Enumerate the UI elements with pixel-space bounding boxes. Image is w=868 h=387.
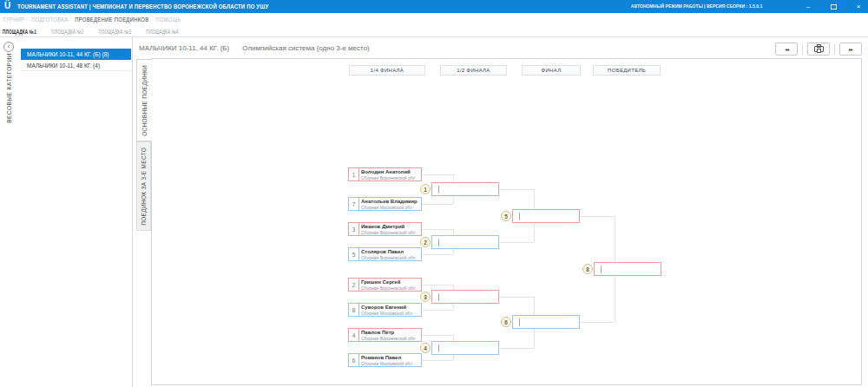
close-button[interactable]: × bbox=[854, 3, 863, 10]
mat-tab[interactable]: ПЛОЩАДКА №1 bbox=[3, 29, 36, 35]
match-winner-box[interactable] bbox=[594, 262, 661, 276]
player-club: Сборная Московской обл bbox=[361, 311, 421, 316]
bracket-connector bbox=[422, 204, 453, 205]
match-winner-box[interactable] bbox=[431, 341, 499, 355]
player-card[interactable]: 7Анатольев ВладимирСборная Московской об… bbox=[348, 197, 422, 211]
player-box: Павлов ПётрСборная Воронежской обл bbox=[358, 328, 422, 342]
player-club: Сборная Московской обл bbox=[361, 361, 421, 366]
menu-item[interactable]: ПРОВЕДЕНИЕ ПОЕДИНКОВ bbox=[75, 16, 148, 23]
side-tab[interactable]: ПОЕДИНОК ЗА 3-Е МЕСТО bbox=[136, 141, 151, 231]
maximize-button[interactable] bbox=[829, 4, 838, 10]
bracket-connector bbox=[422, 254, 453, 255]
player-card[interactable]: 2Гришин СергейСборная Воронежской обл bbox=[348, 278, 422, 292]
bracket-connector bbox=[499, 297, 534, 298]
match-number-badge: 3 bbox=[420, 292, 431, 302]
text-cursor bbox=[438, 293, 439, 301]
weight-categories-rail: ВЕСОВЫЕ КАТЕГОРИИ bbox=[3, 54, 15, 121]
text-cursor bbox=[438, 186, 439, 194]
maximize-icon bbox=[831, 4, 837, 10]
player-name: Романов Павел bbox=[361, 355, 421, 361]
match-winner-box[interactable] bbox=[431, 235, 499, 249]
player-name: Анатольев Владимир bbox=[361, 199, 421, 205]
player-card[interactable]: 1Володин АнатолийСборная Воронежской обл bbox=[348, 167, 422, 181]
side-tab[interactable]: ОСНОВНЫЕ ПОЕДИНКИ bbox=[136, 59, 152, 141]
bracket-connector bbox=[580, 322, 615, 323]
menu-item[interactable]: ТУРНИР bbox=[3, 16, 24, 23]
weight-category-item[interactable]: МАЛЬЧИКИ 10-11, 48 КГ. (4) bbox=[21, 60, 131, 71]
mat-tab[interactable]: ПЛОЩАДКА №4 bbox=[146, 29, 178, 35]
collapse-sidebar-button[interactable]: ‹ bbox=[3, 42, 14, 52]
rewind-button[interactable]: ◂◂ bbox=[775, 43, 798, 56]
match-number-badge: 1 bbox=[420, 184, 431, 194]
player-name: Суворов Евгений bbox=[361, 305, 421, 311]
match-number-badge: 2 bbox=[420, 237, 431, 247]
player-club: Сборная Воронежской обл bbox=[361, 255, 421, 260]
app-window: Ü TOURNAMENT ASSISTANT | ЧЕМПИОНАТ И ПЕР… bbox=[0, 0, 868, 387]
text-cursor bbox=[438, 344, 439, 352]
weight-category-list: МАЛЬЧИКИ 10-11, 44 КГ. (Б) (8)МАЛЬЧИКИ 1… bbox=[21, 49, 131, 71]
menu-item[interactable]: ПОМОЩЬ bbox=[155, 16, 181, 23]
toolbar-separator bbox=[834, 44, 835, 55]
bracket-connector bbox=[499, 189, 534, 190]
player-club: Сборная Воронежской обл bbox=[361, 230, 421, 235]
player-box: Иванов ДмитрийСборная Воронежской обл bbox=[358, 222, 422, 236]
text-cursor bbox=[601, 266, 602, 273]
bracket-connector bbox=[422, 360, 453, 361]
player-card[interactable]: 5Столяров ПавелСборная Воронежской обл bbox=[348, 247, 422, 261]
player-name: Володин Анатолий bbox=[361, 169, 421, 175]
bracket-connector bbox=[422, 285, 453, 285]
match-winner-box[interactable] bbox=[431, 290, 499, 304]
player-club: Сборная Воронежской обл bbox=[361, 285, 421, 291]
window-title: TOURNAMENT ASSISTANT | ЧЕМПИОНАТ И ПЕРВЕ… bbox=[17, 3, 268, 10]
bracket-connector bbox=[580, 216, 615, 217]
bracket-connector bbox=[499, 348, 534, 349]
menu-item[interactable]: ПОДГОТОВКА bbox=[31, 16, 68, 23]
match-winner-box[interactable] bbox=[512, 209, 580, 223]
text-cursor bbox=[438, 239, 439, 246]
player-box: Анатольев ВладимирСборная Московской обл bbox=[358, 197, 422, 211]
round-label: 1/4 ФИНАЛА bbox=[349, 65, 425, 75]
match-number-badge: 6 bbox=[501, 317, 511, 327]
system-title: Олимпийская система (одно 3-е место) bbox=[242, 44, 370, 52]
player-name: Павлов Пётр bbox=[361, 330, 421, 336]
player-name: Столяров Павел bbox=[361, 249, 421, 255]
match-winner-box[interactable] bbox=[512, 315, 580, 329]
side-tab-label: ПОЕДИНОК ЗА 3-Е МЕСТО bbox=[141, 148, 147, 226]
fast-forward-icon: ▸▸ bbox=[849, 46, 852, 52]
bracket-toolbar: ◂◂ ▸▸ bbox=[775, 43, 862, 56]
text-cursor bbox=[519, 213, 520, 220]
player-box: Володин АнатолийСборная Воронежской обл bbox=[358, 167, 422, 181]
weight-categories-label: ВЕСОВЫЕ КАТЕГОРИИ bbox=[6, 53, 12, 123]
weight-category-item[interactable]: МАЛЬЧИКИ 10-11, 44 КГ. (Б) (8) bbox=[21, 49, 131, 60]
player-name: Гришин Сергей bbox=[361, 279, 421, 285]
print-button[interactable] bbox=[807, 43, 830, 56]
tab-separator bbox=[0, 36, 868, 37]
player-box: Романов ПавелСборная Московской обл bbox=[358, 353, 422, 367]
minimize-button[interactable]: – bbox=[804, 3, 812, 10]
text-cursor bbox=[519, 318, 520, 326]
match-number-badge: 8 bbox=[582, 264, 593, 274]
menu-bar: ТУРНИРПОДГОТОВКАПРОВЕДЕНИЕ ПОЕДИНКОВПОМО… bbox=[3, 13, 181, 26]
player-club: Сборная Московской обл bbox=[361, 205, 421, 210]
bracket-connector bbox=[499, 242, 534, 243]
fast-forward-button[interactable]: ▸▸ bbox=[839, 43, 862, 56]
player-name: Иванов Дмитрий bbox=[361, 224, 421, 230]
match-winner-box[interactable] bbox=[431, 182, 499, 196]
sidebar-divider bbox=[132, 37, 133, 387]
player-box: Столяров ПавелСборная Воронежской обл bbox=[358, 247, 422, 261]
player-card[interactable]: 6Романов ПавелСборная Московской обл bbox=[348, 353, 422, 367]
bracket-connector bbox=[422, 229, 453, 230]
round-label: ФИНАЛ bbox=[522, 65, 581, 75]
mat-tab[interactable]: ПЛОЩАДКА №3 bbox=[99, 29, 131, 35]
player-card[interactable]: 8Суворов ЕвгенийСборная Московской обл bbox=[348, 303, 422, 317]
player-box: Суворов ЕвгенийСборная Московской обл bbox=[358, 303, 422, 317]
title-bar: Ü TOURNAMENT ASSISTANT | ЧЕМПИОНАТ И ПЕР… bbox=[0, 0, 868, 13]
rewind-icon: ◂◂ bbox=[785, 46, 788, 52]
match-number-badge: 5 bbox=[501, 211, 511, 221]
mat-tab[interactable]: ПЛОЩАДКА №2 bbox=[51, 29, 83, 35]
player-card[interactable]: 4Павлов ПётрСборная Воронежской обл bbox=[348, 328, 422, 342]
side-tab-label: ОСНОВНЫЕ ПОЕДИНКИ bbox=[141, 65, 148, 136]
player-club: Сборная Воронежской обл bbox=[361, 175, 421, 180]
round-label: 1/2 ФИНАЛА bbox=[440, 65, 507, 75]
player-card[interactable]: 3Иванов ДмитрийСборная Воронежской обл bbox=[348, 222, 422, 236]
